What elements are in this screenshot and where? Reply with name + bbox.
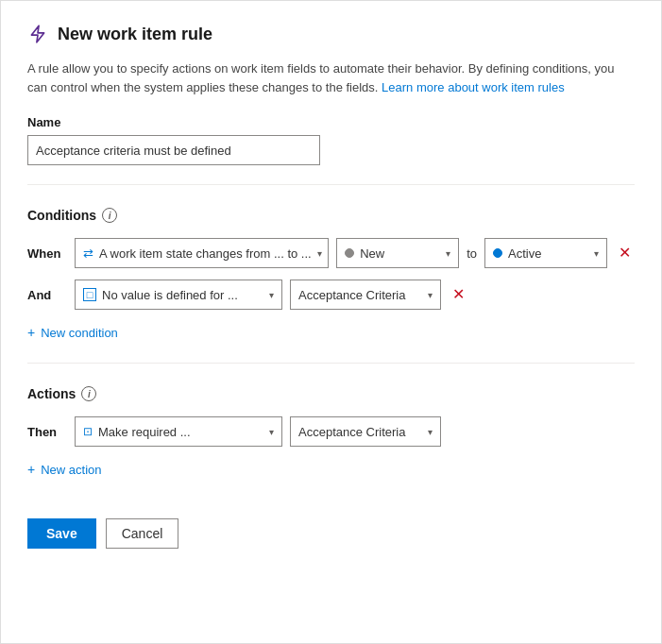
when-label: When [27,246,67,261]
name-label: Name [27,115,635,129]
to-state-dot [493,248,502,258]
and-row-remove-button[interactable]: ✕ [449,285,468,304]
action-dropdown-text: Make required ... [98,425,191,439]
action-chevron-icon: ▾ [269,427,274,437]
and-dropdown-text: No value is defined for ... [102,288,238,302]
make-required-icon: ⊡ [83,425,93,438]
action-dropdown[interactable]: ⊡ Make required ... ▾ [75,416,282,447]
save-button[interactable]: Save [27,518,96,549]
arrows-icon: ⇄ [83,246,93,261]
learn-more-link[interactable]: Learn more about work item rules [382,80,565,94]
and-row: And □ No value is defined for ... ▾ Acce… [27,280,635,310]
conditions-info-icon[interactable]: i [102,208,117,223]
name-section: Name [27,115,635,165]
actions-title: Actions [27,386,76,401]
lightning-icon [27,24,48,44]
to-label: to [467,246,477,261]
and-chevron-icon: ▾ [269,290,274,300]
title-row: New work item rule [27,24,635,44]
conditions-title: Conditions [27,208,96,223]
then-row: Then ⊡ Make required ... ▾ Acceptance Cr… [27,416,635,447]
new-action-button[interactable]: + New action [27,458,102,481]
actions-info-icon[interactable]: i [81,386,96,401]
and-field-chevron-icon: ▾ [428,290,433,300]
new-action-plus-icon: + [27,462,35,477]
name-input[interactable] [27,135,320,165]
when-dropdown-text: A work item state changes from ... to ..… [99,246,312,261]
conditions-header: Conditions i [27,208,635,223]
action-field-dropdown[interactable]: Acceptance Criteria ▾ [290,416,441,447]
actions-section: Actions i Then ⊡ Make required ... ▾ Acc… [27,386,635,481]
from-state-dropdown[interactable]: New ▾ [336,238,459,268]
new-action-label: New action [41,463,101,477]
to-state-text: Active [508,246,541,261]
to-state-chevron-icon: ▾ [594,248,599,259]
work-item-rule-dialog: New work item rule A rule allow you to s… [0,0,662,644]
new-condition-button[interactable]: + New condition [27,321,118,344]
new-condition-plus-icon: + [27,325,35,340]
from-state-dot [345,248,354,258]
description-text: A rule allow you to specify actions on w… [27,59,635,96]
footer: Save Cancel [27,518,635,549]
page-title: New work item rule [58,25,212,44]
and-dropdown[interactable]: □ No value is defined for ... ▾ [75,280,282,310]
conditions-section: Conditions i When ⇄ A work item state ch… [27,208,635,344]
then-label: Then [27,425,67,439]
actions-header: Actions i [27,386,635,401]
no-value-icon: □ [83,288,96,301]
and-label: And [27,288,67,302]
from-state-text: New [360,246,384,261]
when-chevron-icon: ▾ [317,248,322,259]
to-state-dropdown[interactable]: Active ▾ [484,238,607,268]
when-row: When ⇄ A work item state changes from ..… [27,238,635,268]
divider-1 [27,184,635,185]
action-field-text: Acceptance Criteria [298,425,405,439]
and-field-text: Acceptance Criteria [298,288,405,302]
from-state-chevron-icon: ▾ [446,248,450,259]
when-row-remove-button[interactable]: ✕ [615,244,635,263]
action-field-chevron-icon: ▾ [428,427,433,437]
new-condition-label: New condition [41,326,118,340]
and-field-dropdown[interactable]: Acceptance Criteria ▾ [290,280,441,310]
divider-2 [27,363,635,364]
cancel-button[interactable]: Cancel [106,518,179,549]
when-dropdown[interactable]: ⇄ A work item state changes from ... to … [75,238,329,268]
